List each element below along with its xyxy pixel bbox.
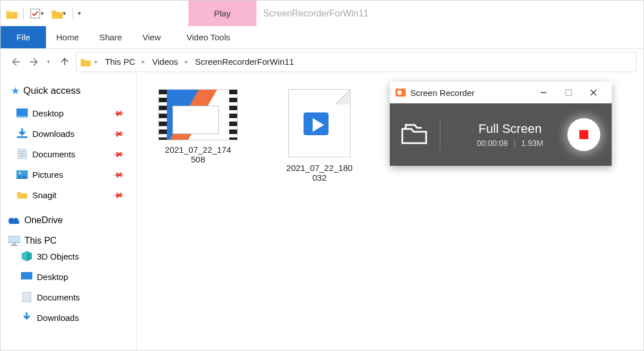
folder-icon[interactable] [3,5,21,23]
output-folder-icon[interactable] [401,122,427,147]
sidebar-item-label: Desktop [37,272,68,282]
tab-home[interactable]: Home [46,26,89,48]
separator: | [510,139,519,148]
sidebar-item-snagit[interactable]: Snagit 📌 [11,185,131,205]
pin-icon: 📌 [112,168,124,181]
tab-file[interactable]: File [1,26,46,48]
file-name-line2: 032 [274,173,365,182]
sidebar-item-label: Documents [32,149,75,159]
sidebar-item-3d-objects[interactable]: 3D Objects [15,246,131,266]
breadcrumb-this-pc[interactable]: This PC [100,57,140,66]
svg-rect-17 [566,90,571,95]
recorder-titlebar[interactable]: Screen Recorder [390,82,612,103]
pin-icon: 📌 [112,148,124,160]
video-file-icon [288,89,351,157]
pin-icon: 📌 [112,189,124,201]
chevron-right-icon[interactable]: ▸ [140,58,148,65]
ribbon-tabs: File Home Share View Video Tools [1,26,643,49]
sidebar-item-label: Documents [37,292,80,302]
recording-size: 1.93M [521,139,544,148]
sidebar-onedrive[interactable]: OneDrive [9,215,131,225]
file-item[interactable]: 2021_07_22_180 032 [274,89,365,182]
cloud-icon [9,215,20,225]
back-button[interactable] [7,54,23,70]
elapsed-time: 00:00:08 [477,139,508,148]
document-icon [16,149,28,159]
up-button[interactable] [57,54,73,70]
download-icon [16,128,28,139]
address-bar[interactable]: ▸ This PC ▸ Videos ▸ ScreenRecorderForWi… [76,52,637,72]
this-pc-label: This PC [24,236,57,246]
breadcrumb-current[interactable]: ScreenRecorderForWin11 [191,57,298,66]
sidebar-this-pc[interactable]: This PC [9,236,131,246]
download-icon [21,312,32,323]
file-name-line1: 2021_07_22_174 [153,145,243,154]
qat-folder-dropdown-icon[interactable]: ▼ [62,11,67,16]
pin-icon: 📌 [112,127,124,140]
overflow-icon[interactable]: ▾ [78,10,81,17]
qat-dropdown-icon[interactable]: ▼ [40,11,45,16]
svg-rect-13 [21,272,32,279]
file-item[interactable]: 2021_07_22_174 508 [153,89,243,164]
pin-icon: 📌 [112,107,124,119]
sidebar-item-label: Snagit [32,190,57,200]
folder-icon [16,190,28,200]
play-icon [301,109,333,141]
sidebar-item-label: Desktop [32,108,64,118]
maximize-button[interactable] [556,82,581,103]
sidebar-item-documents-pc[interactable]: Documents [15,287,131,307]
recording-mode-label: Full Screen [453,122,567,136]
quick-access-label: Quick access [23,85,81,97]
svg-rect-1 [16,108,28,116]
file-name-line2: 508 [153,154,243,164]
recorder-title-label: Screen Recorder [410,88,474,98]
svg-rect-3 [17,136,27,138]
stop-icon [579,130,588,139]
separator [23,7,24,20]
document-icon [21,292,32,302]
sidebar-item-documents[interactable]: Documents 📌 [11,144,131,164]
quick-access-toolbar: ▼ ▼ ▾ Play ScreenRecorderForWin11 [1,1,643,26]
star-icon: ★ [11,85,20,97]
history-dropdown-icon[interactable]: ▼ [46,59,51,65]
forward-button[interactable] [27,54,43,70]
navigation-pane: ★ Quick access Desktop 📌 Downloads 📌 Doc… [1,74,137,350]
recorder-body: Full Screen 00:00:08 | 1.93M [390,103,612,166]
tab-share[interactable]: Share [89,26,132,48]
svg-rect-10 [9,236,20,243]
chevron-right-icon[interactable]: ▸ [183,58,191,65]
file-name-line1: 2021_07_22_180 [274,163,365,173]
minimize-button[interactable] [531,82,556,103]
navigation-row: ▼ ▸ This PC ▸ Videos ▸ ScreenRecorderFor… [1,49,643,74]
pictures-icon [16,169,28,179]
stop-record-button[interactable] [567,118,600,151]
video-thumbnail [158,89,238,140]
breadcrumb-videos[interactable]: Videos [148,57,183,66]
sidebar-item-label: Downloads [32,129,74,139]
svg-point-9 [19,172,21,174]
sidebar-item-pictures[interactable]: Pictures 📌 [11,164,131,185]
pc-icon [9,236,20,246]
tab-video-tools[interactable]: Video Tools [174,26,242,48]
svg-rect-2 [16,116,28,118]
separator [440,119,440,151]
recorder-app-icon [395,89,406,97]
address-folder-icon [80,57,91,66]
screen-recorder-window[interactable]: Screen Recorder Full Screen 00:00:08 | 1… [390,82,612,166]
svg-rect-14 [22,292,31,302]
tab-view[interactable]: View [132,26,171,48]
sidebar-quick-access[interactable]: ★ Quick access [11,85,131,97]
sidebar-item-downloads[interactable]: Downloads 📌 [11,123,131,144]
ribbon-context-tab-play[interactable]: Play [188,1,256,26]
sidebar-item-desktop-pc[interactable]: Desktop [15,266,131,287]
sidebar-item-downloads-pc[interactable]: Downloads [15,307,131,328]
sidebar-item-label: 3D Objects [37,252,79,261]
sidebar-item-desktop[interactable]: Desktop 📌 [11,103,131,123]
onedrive-label: OneDrive [24,215,63,225]
close-button[interactable] [581,82,606,103]
cube-icon [21,251,32,261]
desktop-icon [21,271,32,282]
sidebar-item-label: Downloads [37,313,79,323]
separator [73,7,73,20]
chevron-right-icon[interactable]: ▸ [92,58,100,65]
